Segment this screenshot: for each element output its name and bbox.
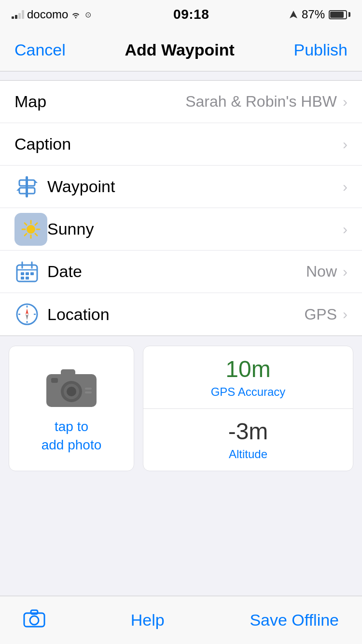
- save-offline-button[interactable]: Save Offline: [250, 611, 339, 630]
- calendar-icon-container: [14, 259, 47, 284]
- add-photo-label: tap to add photo: [42, 418, 102, 454]
- svg-rect-21: [26, 272, 29, 275]
- svg-marker-31: [26, 314, 28, 320]
- chevron-right-icon: ›: [343, 94, 348, 110]
- battery-icon: [329, 10, 350, 19]
- chevron-right-icon: ›: [343, 179, 348, 195]
- location-label: Location: [47, 305, 304, 324]
- date-row[interactable]: Date Now ›: [0, 251, 362, 293]
- form-section: Map Sarah & Robin's HBW › Caption › Wayp…: [0, 80, 362, 336]
- waypoint-row[interactable]: Waypoint ›: [0, 166, 362, 208]
- waypoint-label: Waypoint: [47, 177, 343, 196]
- svg-line-14: [35, 223, 37, 225]
- chevron-right-icon: ›: [343, 136, 348, 153]
- compass-icon-container: [14, 302, 47, 327]
- svg-rect-20: [21, 272, 24, 275]
- publish-button[interactable]: Publish: [293, 41, 348, 59]
- location-value: GPS: [304, 306, 337, 323]
- svg-rect-36: [61, 369, 75, 376]
- tab-bar: Help Save Offline: [0, 596, 362, 644]
- camera-icon: [42, 363, 100, 411]
- altitude-value: -3m: [228, 418, 268, 445]
- svg-point-7: [27, 225, 35, 234]
- svg-line-13: [35, 234, 37, 236]
- altitude-label: Altitude: [229, 448, 267, 461]
- calendar-icon: [14, 259, 40, 284]
- date-value: Now: [306, 263, 337, 280]
- map-value: Sarah & Robin's HBW: [185, 93, 337, 111]
- personal-hotspot-icon: ⊙: [84, 10, 93, 19]
- cancel-button[interactable]: Cancel: [14, 41, 66, 59]
- svg-rect-37: [51, 378, 58, 383]
- gps-accuracy-value: 10m: [225, 356, 270, 382]
- status-left: docomo ⊙: [12, 8, 93, 21]
- help-button[interactable]: Help: [131, 611, 165, 630]
- sun-box: [14, 213, 47, 246]
- map-label: Map: [14, 92, 185, 111]
- status-bar: docomo ⊙ 09:18 87%: [0, 0, 362, 29]
- sunny-row[interactable]: Sunny ›: [0, 208, 362, 251]
- camera-tab-button[interactable]: [23, 608, 45, 632]
- svg-rect-42: [31, 610, 38, 614]
- date-label: Date: [47, 262, 306, 281]
- svg-rect-22: [30, 272, 34, 275]
- gps-accuracy-label: GPS Accuracy: [211, 385, 286, 399]
- svg-rect-38: [85, 388, 92, 390]
- signal-icon: [12, 10, 24, 19]
- chevron-right-icon: ›: [343, 306, 348, 322]
- svg-rect-24: [26, 277, 29, 280]
- gps-tile: 10m GPS Accuracy -3m Altitude: [143, 346, 353, 471]
- compass-icon: [14, 302, 40, 327]
- add-photo-button[interactable]: tap to add photo: [9, 346, 134, 471]
- page-title: Add Waypoint: [125, 41, 235, 59]
- svg-rect-39: [85, 392, 92, 393]
- signpost-icon: [14, 174, 40, 199]
- status-right: 87%: [289, 8, 350, 21]
- bottom-section: tap to add photo 10m GPS Accuracy -3m Al…: [0, 336, 362, 481]
- carrier-label: docomo: [27, 8, 68, 21]
- signpost-icon-container: [14, 174, 47, 199]
- caption-row[interactable]: Caption ›: [0, 123, 362, 166]
- battery-percent: 87%: [302, 8, 325, 21]
- sun-icon: [20, 219, 42, 240]
- caption-label: Caption: [14, 135, 343, 154]
- gps-accuracy-block: 10m GPS Accuracy: [143, 346, 353, 409]
- sunny-label: Sunny: [47, 220, 343, 238]
- chevron-right-icon: ›: [343, 264, 348, 280]
- altitude-block: -3m Altitude: [143, 409, 353, 471]
- svg-point-35: [67, 387, 76, 396]
- wifi-icon: [71, 10, 81, 19]
- chevron-right-icon: ›: [343, 221, 348, 238]
- location-arrow-icon: [289, 10, 298, 19]
- svg-marker-1: [290, 11, 297, 18]
- svg-point-41: [30, 616, 39, 625]
- svg-line-15: [25, 234, 27, 236]
- svg-marker-30: [26, 308, 28, 314]
- nav-bar: Cancel Add Waypoint Publish: [0, 29, 362, 71]
- svg-text:⊙: ⊙: [85, 11, 91, 19]
- camera-tab-icon: [23, 608, 45, 628]
- svg-line-12: [25, 223, 27, 225]
- svg-rect-23: [21, 277, 24, 280]
- sun-icon-container: [14, 213, 47, 246]
- map-row[interactable]: Map Sarah & Robin's HBW ›: [0, 81, 362, 123]
- location-row[interactable]: Location GPS ›: [0, 293, 362, 336]
- status-time: 09:18: [173, 7, 209, 22]
